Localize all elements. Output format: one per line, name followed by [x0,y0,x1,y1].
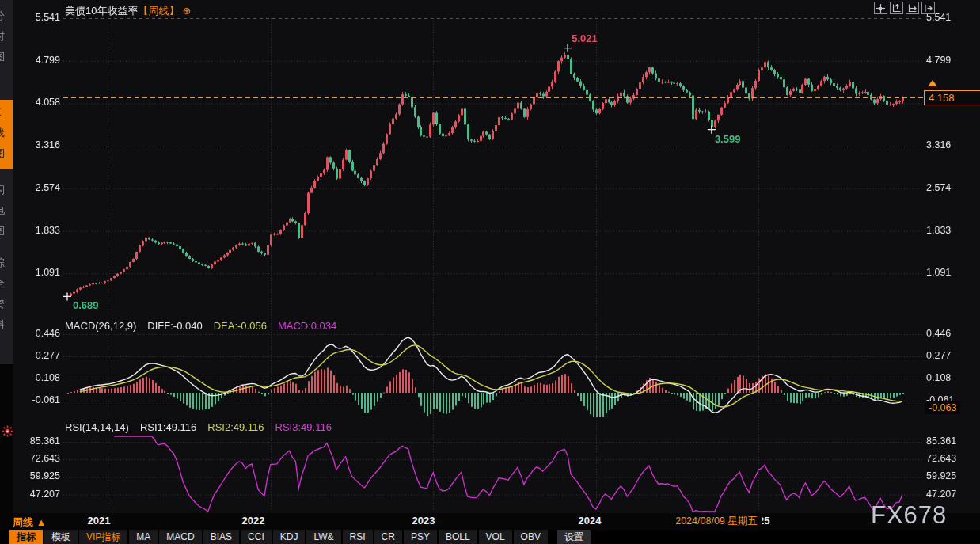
sidebar-item-3[interactable]: 闪 电 图 [0,177,13,246]
axis-scale-right-icon[interactable] [906,2,919,14]
sidebar-lower-panel [0,364,13,530]
toolbar-tab-rsi[interactable]: RSI [343,530,373,544]
toolbar-tab-cci[interactable]: CCI [241,530,272,544]
macd-axis-label: 0.277 [16,350,60,361]
macd-axis-label: 0.277 [926,350,951,361]
rsi-axis-label: 85.361 [926,436,956,447]
macd-title: MACD(26,12,9) [65,320,136,332]
price-axis-label: 3.316 [16,139,60,150]
sidebar-item-2[interactable]: K 线 图 [0,100,13,169]
axis-scale-up-icon[interactable] [890,2,903,14]
last-price-tag: 4.158 [924,90,980,105]
macd-diff-value: DIFF:-0.040 [147,320,202,332]
chart-title: 美债10年收益率【周线】⊕ [65,4,191,18]
rsi-axis-label: 47.207 [16,489,60,500]
price-axis-label: 1.091 [16,267,60,278]
macd-readout: MACD(26,12,9)DIFF:-0.040DEA:-0.056MACD:0… [65,320,336,332]
high-price-annotation: 5.021 [572,32,598,44]
price-axis-label: 1.091 [926,267,951,278]
rsi-axis-label: 59.925 [16,470,60,481]
toolbar-tab-模板[interactable]: 模板 [44,530,78,544]
chart-application: 分 时 图K 线 图闪 电 图综 合 资 料 美债10年收益率【周线】⊕ [0,0,980,544]
price-axis-label: 2.574 [16,182,60,193]
sidebar-item-label: 综 合 资 料 [0,253,13,335]
fx678-watermark: FX678 [871,501,947,530]
selected-date-tag: 2024/08/09 星期五 [671,515,762,528]
macd-axis-label: 0.108 [926,372,951,383]
period-badge: 【周线】 [138,5,179,17]
chart-toolbar-icons [874,2,935,14]
sidebar-item-label: 分 时 图 [0,6,13,67]
sidebar-item-label: K 线 图 [0,102,13,164]
rsi-axis-label: 47.207 [926,489,956,500]
macd-dea-value: DEA:-0.056 [214,320,267,332]
macd-current-tag: -0.063 [925,401,960,414]
left-sidebar: 分 时 图K 线 图闪 电 图综 合 资 料 [0,0,13,530]
crosshair-move-icon[interactable] [874,2,887,14]
xaxis-year-label: 2022 [242,515,265,527]
sidebar-item-1[interactable]: 分 时 图 [0,3,13,72]
sidebar-item-4[interactable]: 综 合 资 料 [0,250,13,340]
circle-plus-icon[interactable]: ⊕ [182,5,191,17]
macd-axis-label: 0.446 [926,328,951,339]
period-selector[interactable]: 周线 ▲ [13,515,47,530]
xaxis-year-label: 2021 [88,515,111,527]
toolbar-tab-lw&[interactable]: LW& [306,530,340,544]
rsi-axis-label: 72.643 [16,453,60,464]
price-axis-label: 4.058 [16,97,60,108]
xaxis-year-label: 2023 [412,515,435,527]
xaxis-strip [0,513,980,530]
toolbar-tab-vip指标[interactable]: VIP指标 [79,530,127,544]
sidebar-item-label: 闪 电 图 [0,180,13,242]
low-price-annotation: 3.599 [715,133,741,145]
macd-axis-label: -0.061 [16,394,60,405]
toolbar-tab-指标[interactable]: 指标 [9,530,43,544]
price-axis-label: 4.799 [16,55,60,66]
toolbar-tab-设置[interactable]: 设置 [557,530,591,544]
rsi3-value: RSI3:49.116 [275,421,332,433]
toolbar-tab-vol[interactable]: VOL [479,530,512,544]
toolbar-tab-bias[interactable]: BIAS [203,530,239,544]
toolbar-tab-boll[interactable]: BOLL [439,530,477,544]
period-label: 周线 [13,516,33,528]
collapse-panel-icon[interactable] [921,2,935,14]
rsi-axis-label: 85.361 [16,436,60,447]
toolbar-tab-obv[interactable]: OBV [514,530,548,544]
macd-axis-label: 0.108 [16,372,60,383]
rsi-title: RSI(14,14,14) [65,421,129,433]
rsi-axis-label: 59.925 [926,470,956,481]
price-axis-label: 3.316 [926,139,951,150]
price-arrow-marker [928,80,937,86]
xaxis-year-label: 2024 [579,515,602,527]
macd-macd-value: MACD:0.034 [278,320,336,332]
symbol-name: 美债10年收益率 [65,5,138,17]
rsi2-value: RSI2:49.116 [207,421,264,433]
chart-canvas[interactable] [0,0,980,544]
price-axis-label: 5.541 [16,12,60,23]
price-axis-label: 1.833 [16,225,60,236]
rsi1-value: RSI1:49.116 [140,421,196,433]
rsi-axis-label: 72.643 [926,453,956,464]
chevron-up-icon: ▲ [36,516,47,528]
toolbar-tab-kdj[interactable]: KDJ [273,530,306,544]
price-axis-label: 2.574 [926,182,951,193]
price-axis-label: 1.833 [926,225,951,236]
indicator-toolbar: 指标模板VIP指标MAMACDBIASCCIKDJLW&RSICRPSYBOLL… [0,530,980,544]
toolbar-tab-ma[interactable]: MA [129,530,158,544]
start-low-annotation: 0.689 [73,299,99,311]
toolbar-tab-macd[interactable]: MACD [159,530,201,544]
red-burst-icon[interactable] [2,425,13,437]
macd-axis-label: 0.446 [16,328,60,339]
rsi-readout: RSI(14,14,14)RSI1:49.116RSI2:49.116RSI3:… [65,421,332,433]
toolbar-tab-psy[interactable]: PSY [404,530,437,544]
price-axis-label: 4.799 [926,55,951,66]
toolbar-tab-cr[interactable]: CR [374,530,402,544]
